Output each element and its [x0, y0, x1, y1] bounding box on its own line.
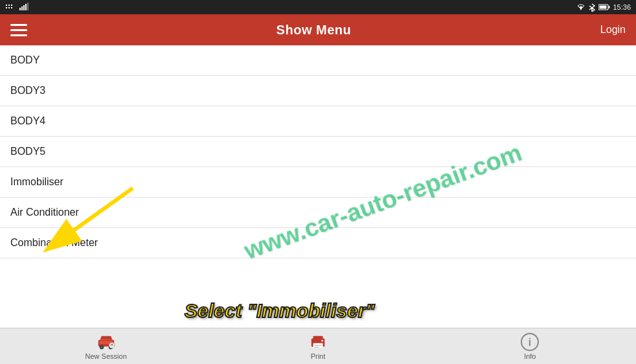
info-label: Info: [524, 352, 536, 360]
list-item[interactable]: BODY3: [0, 76, 636, 106]
battery-icon: [598, 3, 610, 11]
svg-rect-2: [11, 5, 12, 6]
svg-rect-1: [8, 5, 10, 6]
new-session-label: New Session: [85, 352, 127, 360]
svg-rect-25: [314, 345, 321, 345]
app-header: Show Menu Login: [0, 14, 636, 45]
svg-rect-0: [6, 5, 7, 6]
signal-icon: [19, 3, 28, 12]
list-item[interactable]: BODY4: [0, 106, 636, 137]
svg-rect-6: [19, 8, 21, 10]
print-label: Print: [311, 352, 326, 360]
bluetooth-icon: [588, 3, 596, 12]
menu-dots-icon: [5, 2, 16, 12]
system-list: BODY BODY3 BODY4 BODY5 Immobiliser Air C…: [0, 45, 636, 258]
main-content: BODY BODY3 BODY4 BODY5 Immobiliser Air C…: [0, 45, 636, 328]
list-item-air-conditioner[interactable]: Air Conditioner: [0, 198, 636, 228]
hamburger-menu-button[interactable]: [10, 24, 27, 36]
svg-rect-14: [600, 6, 607, 9]
list-item-combination-meter[interactable]: Combination Meter: [0, 228, 636, 258]
svg-rect-4: [8, 7, 10, 8]
print-icon: [309, 333, 327, 351]
info-button[interactable]: i Info: [424, 333, 636, 360]
list-item[interactable]: BODY: [0, 45, 636, 76]
status-bar-right: 15:36: [576, 3, 631, 12]
list-item-immobiliser[interactable]: Immobiliser: [0, 167, 636, 198]
time-display: 15:36: [613, 3, 631, 11]
svg-point-21: [109, 342, 115, 348]
svg-text:i: i: [528, 337, 531, 348]
svg-point-27: [321, 339, 323, 341]
svg-rect-26: [314, 347, 319, 347]
svg-rect-10: [27, 3, 28, 10]
print-button[interactable]: Print: [212, 333, 424, 360]
svg-rect-23: [313, 336, 323, 339]
car-icon: [97, 333, 115, 351]
svg-rect-5: [11, 7, 12, 8]
svg-rect-8: [23, 5, 25, 10]
svg-rect-9: [25, 4, 27, 10]
svg-rect-3: [6, 7, 7, 8]
login-button[interactable]: Login: [600, 24, 626, 36]
bottom-bar: New Session Print i Info: [0, 328, 636, 364]
header-title: Show Menu: [277, 23, 352, 38]
svg-rect-13: [609, 6, 610, 8]
new-session-button[interactable]: New Session: [0, 333, 212, 360]
status-bar: 15:36: [0, 0, 636, 14]
status-bar-left: [5, 2, 28, 12]
svg-point-11: [580, 8, 582, 10]
list-item[interactable]: BODY5: [0, 137, 636, 167]
info-icon: i: [521, 333, 539, 351]
wifi-icon: [576, 3, 585, 12]
svg-point-18: [100, 345, 104, 348]
svg-rect-7: [21, 6, 23, 10]
